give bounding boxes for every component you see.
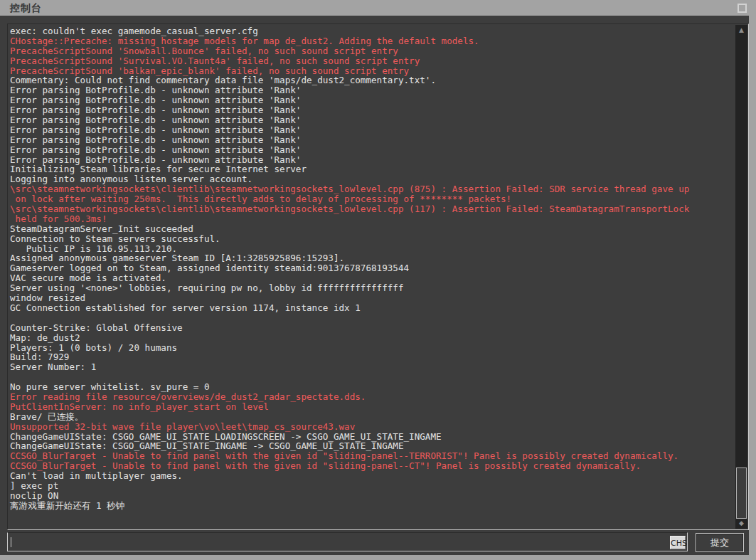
console-line: on lock after waiting 250ms. This direct… bbox=[10, 194, 732, 204]
console-line: Server using '<none>' lobbies, requiring… bbox=[10, 283, 732, 293]
console-line: PrecacheScriptSound 'Snowball.Bounce' fa… bbox=[10, 46, 732, 56]
console-output-text: exec: couldn't exec gamemode_casual_serv… bbox=[10, 26, 732, 511]
console-line: Commentary: Could not find commentary da… bbox=[10, 75, 732, 85]
ime-indicator-badge: CHS bbox=[670, 536, 686, 549]
title-bar: 控制台 bbox=[0, 0, 756, 16]
maximize-icon[interactable] bbox=[738, 4, 747, 13]
console-line: Can't load in multiplayer games. bbox=[10, 471, 732, 481]
console-line: Error parsing BotProfile.db - unknown at… bbox=[10, 155, 732, 165]
console-line: ChangeGameUIState: CSGO_GAME_UI_STATE_LO… bbox=[10, 432, 732, 442]
console-line: Error parsing BotProfile.db - unknown at… bbox=[10, 125, 732, 135]
console-line: Players: 1 (0 bots) / 20 humans bbox=[10, 343, 732, 353]
console-line: PrecacheScriptSound 'balkan_epic_blank' … bbox=[10, 66, 732, 76]
window-frame-right bbox=[749, 16, 756, 560]
console-line: VAC secure mode is activated. bbox=[10, 273, 732, 283]
console-line: SteamDatagramServer_Init succeeded bbox=[10, 224, 732, 234]
scrollbar-thumb[interactable] bbox=[736, 467, 747, 519]
console-line: CCSGO_BlurTarget - Unable to find panel … bbox=[10, 461, 732, 471]
console-line: Unsupported 32-bit wave file player\vo\l… bbox=[10, 422, 732, 432]
console-line: ChangeGameUIState: CSGO_GAME_UI_STATE_IN… bbox=[10, 441, 732, 451]
console-line bbox=[10, 372, 732, 382]
console-line: Connection to Steam servers successful. bbox=[10, 234, 732, 244]
console-output: exec: couldn't exec gamemode_casual_serv… bbox=[7, 23, 749, 530]
console-line: held for 500.3ms! bbox=[10, 214, 732, 224]
console-line: \src\steamnetworkingsockets\clientlib\st… bbox=[10, 204, 732, 214]
console-line: Error parsing BotProfile.db - unknown at… bbox=[10, 145, 732, 155]
console-line: Map: de_dust2 bbox=[10, 333, 732, 343]
console-line: Error parsing BotProfile.db - unknown at… bbox=[10, 135, 732, 145]
console-input-field[interactable]: CHS bbox=[7, 532, 688, 551]
console-line: Error parsing BotProfile.db - unknown at… bbox=[10, 115, 732, 125]
console-line: Public IP is 116.95.113.210. bbox=[10, 244, 732, 254]
submit-button[interactable]: 提交 bbox=[696, 533, 744, 552]
console-line: window resized bbox=[10, 293, 732, 303]
console-line: Build: 7929 bbox=[10, 352, 732, 362]
console-line: GC Connection established for server ver… bbox=[10, 303, 732, 313]
console-line: Initializing Steam libraries for secure … bbox=[10, 164, 732, 174]
console-line: \src\steamnetworkingsockets\clientlib\st… bbox=[10, 184, 732, 194]
console-line: Server Number: 1 bbox=[10, 362, 732, 372]
console-line: CCSGO_BlurTarget - Unable to find panel … bbox=[10, 451, 732, 461]
window-frame-bottom bbox=[0, 555, 749, 560]
console-input[interactable] bbox=[9, 534, 665, 550]
console-line: Error reading file resource/overviews/de… bbox=[10, 392, 732, 402]
console-line: Error parsing BotProfile.db - unknown at… bbox=[10, 105, 732, 115]
console-line: Brave/ 已连接。 bbox=[10, 412, 732, 422]
window-title: 控制台 bbox=[10, 2, 42, 15]
console-line: PrecacheScriptSound 'Survival.VO.Taunt4a… bbox=[10, 56, 732, 66]
console-line: PutClientInServer: no info_player_start … bbox=[10, 402, 732, 412]
scroll-down-icon[interactable]: ◆ bbox=[735, 518, 747, 529]
console-line: Gameserver logged on to Steam, assigned … bbox=[10, 263, 732, 273]
console-line: Error parsing BotProfile.db - unknown at… bbox=[10, 95, 732, 105]
console-scrollbar[interactable]: ▲ ◆ bbox=[735, 25, 747, 529]
scroll-up-icon[interactable]: ▲ bbox=[735, 25, 747, 36]
console-line: ] exec pt bbox=[10, 481, 732, 491]
console-line: noclip ON bbox=[10, 491, 732, 501]
console-line: 离游戏重新开始还有 1 秒钟 bbox=[10, 501, 732, 511]
console-line: Logging into anonymous listen server acc… bbox=[10, 174, 732, 184]
console-line: CHostage::Precache: missing hostage mode… bbox=[10, 36, 732, 46]
console-window: 控制台 exec: couldn't exec gamemode_casual_… bbox=[0, 0, 756, 560]
console-line: exec: couldn't exec gamemode_casual_serv… bbox=[10, 26, 732, 36]
console-line: No pure server whitelist. sv_pure = 0 bbox=[10, 382, 732, 392]
console-line: Assigned anonymous gameserver Steam ID [… bbox=[10, 253, 732, 263]
console-line: Counter-Strike: Global Offensive bbox=[10, 323, 732, 333]
console-line: Error parsing BotProfile.db - unknown at… bbox=[10, 85, 732, 95]
console-line bbox=[10, 313, 732, 323]
